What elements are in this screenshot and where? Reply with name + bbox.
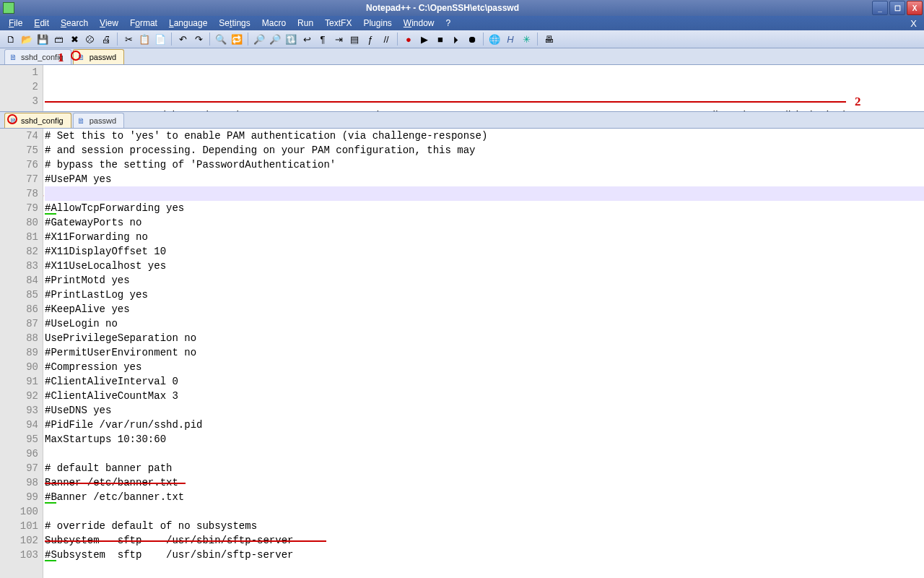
file-icon: 🗎 — [77, 116, 87, 126]
code-line — [45, 447, 924, 461]
code-line: #ClientAliveCountMax 3 — [45, 389, 924, 403]
code-line: MaxStartups 10:30:60 — [45, 432, 924, 447]
code-line: # Set this to 'yes' to enable PAM authen… — [45, 129, 924, 143]
code-line — [45, 504, 924, 519]
record-icon[interactable]: ● — [402, 33, 415, 46]
toolbar-separator — [209, 33, 210, 46]
paste-icon[interactable]: 📄 — [154, 33, 167, 46]
app-window: Notepad++ - C:\OpenSSH\etc\passwd _ ☐ X … — [0, 0, 924, 578]
fold-icon[interactable]: ▤ — [348, 33, 361, 46]
app-icon — [3, 2, 14, 14]
zoomin-icon[interactable]: 🔎 — [253, 33, 266, 46]
code-line: #KeepAlive yes — [45, 302, 924, 316]
maximize-button[interactable]: ☐ — [889, 1, 905, 15]
editor-content-top[interactable]: Guest:unused_by_nt/2000/xp:501:513:U\Gue… — [43, 65, 924, 111]
cut-icon[interactable]: ✂ — [122, 33, 135, 46]
code-line: 4 — [45, 186, 924, 201]
editor-content-bottom[interactable]: # Set this to 'yes' to enable PAM authen… — [43, 129, 924, 578]
tab-label: passwd — [90, 53, 116, 61]
annotation-2: 2 — [855, 95, 861, 108]
closefile-icon[interactable]: ✖ — [68, 33, 81, 46]
print2-icon[interactable]: 🖶 — [542, 33, 555, 46]
menu-textfx[interactable]: TextFX — [319, 17, 357, 30]
tab-passwd-bottom[interactable]: 🗎 passwd — [73, 113, 124, 128]
tab-label: passwd — [90, 116, 116, 125]
stop-icon[interactable]: ■ — [434, 33, 447, 46]
code-line: Banner /etc/banner.txt5 — [45, 475, 924, 490]
tab-label: sshd_config — [21, 53, 64, 61]
tabstrip-bottom: 🗎 sshd_config 🗎 passwd — [0, 112, 924, 129]
menu-search[interactable]: Search — [55, 17, 94, 30]
code-line: #X11UseLocalhost yes — [45, 259, 924, 273]
editor-passwd[interactable]: 1 2 3 Guest:unused_by_nt/2000/xp:501:513… — [0, 65, 924, 112]
code-line: #Compression yes — [45, 360, 924, 374]
menu-language[interactable]: Language — [163, 17, 213, 30]
func-icon[interactable]: ƒ — [364, 33, 377, 46]
save-icon[interactable]: 💾 — [36, 33, 49, 46]
code-line: #GatewayPorts no — [45, 215, 924, 230]
menu-close-x[interactable]: X — [906, 18, 921, 29]
toolbar: 🗋 📂 💾 🗃 ✖ ⛒ 🖨 ✂ 📋 📄 ↶ ↷ 🔍 🔁 🔎 🔎 🔃 ↩ ¶ ⇥ … — [0, 30, 924, 48]
editor-sshd-config[interactable]: 7475767778798081828384858687888990919293… — [0, 129, 924, 578]
annotation-1: 1 — [58, 51, 64, 64]
code-line: UsePrivilegeSeparation no — [45, 331, 924, 345]
h-icon[interactable]: H — [504, 33, 517, 46]
toolbar-separator — [248, 33, 248, 46]
tab-label: sshd_config — [21, 116, 64, 125]
menu-macro[interactable]: Macro — [256, 17, 292, 30]
saveall-icon[interactable]: 🗃 — [52, 33, 65, 46]
code-line: #Subsystem sftp /usr/sbin/sftp-server — [45, 548, 924, 562]
invisible-icon[interactable]: ¶ — [316, 33, 329, 46]
menu-help[interactable]: ? — [440, 17, 457, 30]
tabstrip-top: 🗎 sshd_config 🗎 passwd 1 — [0, 48, 924, 65]
menu-plugins[interactable]: Plugins — [357, 17, 397, 30]
closeall-icon[interactable]: ⛒ — [84, 33, 97, 46]
menu-settings[interactable]: Settings — [213, 17, 256, 30]
close-button[interactable]: X — [907, 1, 923, 15]
code-line: #X11DisplayOffset 10 — [45, 244, 924, 259]
copy-icon[interactable]: 📋 — [138, 33, 151, 46]
toolbar-separator — [171, 33, 172, 46]
find-icon[interactable]: 🔍 — [214, 33, 227, 46]
code-line: #AllowTcpForwarding yes — [45, 201, 924, 215]
browser-icon[interactable]: 🌐 — [488, 33, 501, 46]
annotation-6: 6 — [43, 525, 44, 537]
toolbar-separator — [117, 33, 118, 46]
code-line: # bypass the setting of 'PasswordAuthent… — [45, 158, 924, 172]
savemacro-icon[interactable]: ⏺ — [466, 33, 479, 46]
code-line: #Banner /etc/banner.txt — [45, 490, 924, 504]
menu-window[interactable]: Window — [398, 17, 440, 30]
comment-icon[interactable]: // — [380, 33, 393, 46]
menu-run[interactable]: Run — [292, 17, 319, 30]
menu-view[interactable]: View — [94, 17, 124, 30]
indent-icon[interactable]: ⇥ — [332, 33, 345, 46]
menu-file[interactable]: File — [3, 17, 28, 30]
window-buttons: _ ☐ X — [871, 1, 923, 15]
replace-icon[interactable]: 🔁 — [230, 33, 243, 46]
annotation-5: 5 — [43, 467, 44, 479]
code-line: #PermitUserEnvironment no — [45, 345, 924, 360]
print-icon[interactable]: 🖨 — [100, 33, 113, 46]
open-icon[interactable]: 📂 — [20, 33, 33, 46]
title-bar[interactable]: Notepad++ - C:\OpenSSH\etc\passwd _ ☐ X — [0, 0, 924, 16]
new-icon[interactable]: 🗋 — [4, 33, 17, 46]
code-line: # and session processing. Depending on y… — [45, 143, 924, 158]
sync-icon[interactable]: 🔃 — [284, 33, 297, 46]
minimize-button[interactable]: _ — [872, 1, 888, 15]
gutter-top: 1 2 3 — [0, 65, 43, 111]
menu-edit[interactable]: Edit — [28, 17, 55, 30]
toolbar-separator — [483, 33, 484, 46]
redo-icon[interactable]: ↷ — [192, 33, 205, 46]
annotation-circle-3 — [7, 114, 17, 124]
code-line: #PrintMotd yes — [45, 273, 924, 288]
menu-format[interactable]: Format — [124, 17, 163, 30]
undo-icon[interactable]: ↶ — [176, 33, 189, 46]
toolbar-separator — [397, 33, 398, 46]
zoomout-icon[interactable]: 🔎 — [269, 33, 282, 46]
wrap-icon[interactable]: ↩ — [300, 33, 313, 46]
play-icon[interactable]: ▶ — [418, 33, 431, 46]
playmacro-icon[interactable]: ⏵ — [450, 33, 463, 46]
window-title: Notepad++ - C:\OpenSSH\etc\passwd — [14, 3, 871, 13]
star-icon[interactable]: ✳ — [520, 33, 533, 46]
code-line: #PidFile /var/run/sshd.pid — [45, 418, 924, 432]
